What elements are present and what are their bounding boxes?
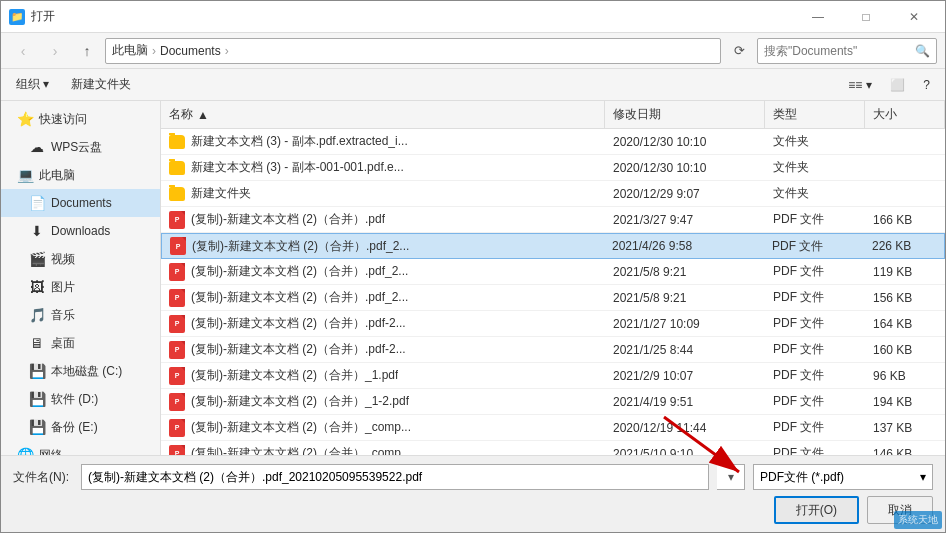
file-name: (复制)-新建文本文档 (2)（合并）_1-2.pdf xyxy=(191,393,409,410)
pdf-icon: P xyxy=(169,445,185,456)
sidebar-item-videos[interactable]: 🎬 视频 xyxy=(1,245,160,273)
sidebar-item-documents[interactable]: 📄 Documents xyxy=(1,189,160,217)
pdf-icon: P xyxy=(169,419,185,437)
title-bar: 📁 打开 — □ ✕ xyxy=(1,1,945,33)
file-type: 文件夹 xyxy=(765,185,865,202)
file-size: 160 KB xyxy=(865,343,945,357)
title-bar-buttons: — □ ✕ xyxy=(795,1,937,33)
address-part-1: 此电脑 xyxy=(112,42,148,59)
open-button[interactable]: 打开(O) xyxy=(774,496,859,524)
music-icon: 🎵 xyxy=(29,307,45,323)
sidebar-item-wps-cloud[interactable]: ☁ WPS云盘 xyxy=(1,133,160,161)
file-date: 2021/4/26 9:58 xyxy=(604,239,764,253)
table-row[interactable]: P (复制)-新建文本文档 (2)（合并）_comp... 2020/12/19… xyxy=(161,415,945,441)
bottom-bar: 文件名(N): ▾ PDF文件 (*.pdf) ▾ 打开(O) 取消 xyxy=(1,455,945,532)
file-name: (复制)-新建文本文档 (2)（合并）.pdf-2... xyxy=(191,341,406,358)
help-button[interactable]: ? xyxy=(916,73,937,97)
file-date: 2021/5/10 9:10 xyxy=(605,447,765,456)
file-type: PDF 文件 xyxy=(765,419,865,436)
table-row[interactable]: P (复制)-新建文本文档 (2)（合并）.pdf_2... 2021/5/8 … xyxy=(161,259,945,285)
filename-input[interactable] xyxy=(81,464,709,490)
file-name: (复制)-新建文本文档 (2)（合并）_comp... xyxy=(191,419,411,436)
sidebar-item-soft-d[interactable]: 💾 软件 (D:) xyxy=(1,385,160,413)
table-row[interactable]: P (复制)-新建文本文档 (2)（合并）.pdf-2... 2021/1/27… xyxy=(161,311,945,337)
back-button[interactable]: ‹ xyxy=(9,39,37,63)
file-name: 新建文件夹 xyxy=(191,185,251,202)
sidebar-label-disk-d: 软件 (D:) xyxy=(51,391,98,408)
column-name-header[interactable]: 名称 ▲ xyxy=(161,101,605,128)
file-list: 新建文本文档 (3) - 副本.pdf.extracted_i... 2020/… xyxy=(161,129,945,455)
sidebar-item-desktop[interactable]: 🖥 桌面 xyxy=(1,329,160,357)
table-row[interactable]: P (复制)-新建文本文档 (2)（合并）.pdf_2... 2021/4/26… xyxy=(161,233,945,259)
sidebar-item-network[interactable]: 🌐 网络 xyxy=(1,441,160,455)
address-bar[interactable]: 此电脑 › Documents › xyxy=(105,38,721,64)
view-dropdown-icon: ▾ xyxy=(866,78,872,92)
table-row[interactable]: 新建文本文档 (3) - 副本-001-001.pdf.e... 2020/12… xyxy=(161,155,945,181)
forward-button[interactable]: › xyxy=(41,39,69,63)
file-date: 2021/1/25 8:44 xyxy=(605,343,765,357)
sidebar-item-this-pc[interactable]: 💻 此电脑 xyxy=(1,161,160,189)
pane-button[interactable]: ⬜ xyxy=(883,73,912,97)
table-row[interactable]: P (复制)-新建文本文档 (2)（合并）.pdf-2... 2021/1/25… xyxy=(161,337,945,363)
pdf-icon: P xyxy=(169,367,185,385)
file-date: 2020/12/30 10:10 xyxy=(605,161,765,175)
view-button[interactable]: ≡≡ ▾ xyxy=(841,73,879,97)
sidebar-label-this-pc: 此电脑 xyxy=(39,167,75,184)
col-date-label: 修改日期 xyxy=(613,106,661,123)
pdf-icon: P xyxy=(169,211,185,229)
file-name: 新建文本文档 (3) - 副本-001-001.pdf.e... xyxy=(191,159,404,176)
sidebar: ⭐ 快速访问 ☁ WPS云盘 💻 此电脑 📄 Documents ⬇ D xyxy=(1,101,161,455)
search-box[interactable]: 🔍 xyxy=(757,38,937,64)
sidebar-label-music: 音乐 xyxy=(51,307,75,324)
table-row[interactable]: P (复制)-新建文本文档 (2)（合并）_1-2.pdf 2021/4/19 … xyxy=(161,389,945,415)
sidebar-item-downloads[interactable]: ⬇ Downloads xyxy=(1,217,160,245)
column-type-header[interactable]: 类型 xyxy=(765,101,865,128)
organize-button[interactable]: 组织 ▾ xyxy=(9,73,56,97)
sidebar-label-downloads: Downloads xyxy=(51,224,110,238)
nav-toolbar: ‹ › ↑ 此电脑 › Documents › ⟳ 🔍 xyxy=(1,33,945,69)
file-date: 2021/2/9 10:07 xyxy=(605,369,765,383)
file-date: 2020/12/29 9:07 xyxy=(605,187,765,201)
column-date-header[interactable]: 修改日期 xyxy=(605,101,765,128)
table-row[interactable]: P (复制)-新建文本文档 (2)（合并）.pdf 2021/3/27 9:47… xyxy=(161,207,945,233)
file-size: 166 KB xyxy=(865,213,945,227)
dialog-wrapper: 📁 打开 — □ ✕ ‹ › ↑ 此电脑 › Documents › ⟳ 🔍 xyxy=(0,0,946,533)
filename-dropdown-button[interactable]: ▾ xyxy=(717,464,745,490)
filetype-select[interactable]: PDF文件 (*.pdf) ▾ xyxy=(753,464,933,490)
address-sep-2: › xyxy=(225,44,229,58)
sidebar-item-music[interactable]: 🎵 音乐 xyxy=(1,301,160,329)
sidebar-item-quick-access[interactable]: ⭐ 快速访问 xyxy=(1,105,160,133)
search-input[interactable] xyxy=(764,44,915,58)
action-toolbar: 组织 ▾ 新建文件夹 ≡≡ ▾ ⬜ ? xyxy=(1,69,945,101)
up-button[interactable]: ↑ xyxy=(73,39,101,63)
pictures-icon: 🖼 xyxy=(29,279,45,295)
pdf-icon: P xyxy=(169,289,185,307)
table-row[interactable]: 新建文件夹 2020/12/29 9:07 文件夹 xyxy=(161,181,945,207)
address-sep-1: › xyxy=(152,44,156,58)
file-size: 146 KB xyxy=(865,447,945,456)
filetype-label: PDF文件 (*.pdf) xyxy=(760,469,844,486)
sidebar-item-local-disk-c[interactable]: 💾 本地磁盘 (C:) xyxy=(1,357,160,385)
table-row[interactable]: 新建文本文档 (3) - 副本.pdf.extracted_i... 2020/… xyxy=(161,129,945,155)
file-type: PDF 文件 xyxy=(765,315,865,332)
table-row[interactable]: P (复制)-新建文本文档 (2)（合并）.pdf_2... 2021/5/8 … xyxy=(161,285,945,311)
new-folder-button[interactable]: 新建文件夹 xyxy=(64,73,138,97)
sidebar-label-quick-access: 快速访问 xyxy=(39,111,87,128)
file-size: 96 KB xyxy=(865,369,945,383)
file-list-header: 名称 ▲ 修改日期 类型 大小 xyxy=(161,101,945,129)
column-size-header[interactable]: 大小 xyxy=(865,101,945,128)
sidebar-item-pictures[interactable]: 🖼 图片 xyxy=(1,273,160,301)
minimize-button[interactable]: — xyxy=(795,1,841,33)
close-button[interactable]: ✕ xyxy=(891,1,937,33)
file-name: 新建文本文档 (3) - 副本.pdf.extracted_i... xyxy=(191,133,408,150)
folder-icon xyxy=(169,161,185,175)
refresh-button[interactable]: ⟳ xyxy=(725,38,753,64)
table-row[interactable]: P (复制)-新建文本文档 (2)（合并）_1.pdf 2021/2/9 10:… xyxy=(161,363,945,389)
table-row[interactable]: P (复制)-新建文本文档 (2)（合并）_comp... 2021/5/10 … xyxy=(161,441,945,455)
open-file-dialog: 📁 打开 — □ ✕ ‹ › ↑ 此电脑 › Documents › ⟳ 🔍 xyxy=(0,0,946,533)
file-name: (复制)-新建文本文档 (2)（合并）_1.pdf xyxy=(191,367,398,384)
file-size: 226 KB xyxy=(864,239,944,253)
sidebar-item-backup-e[interactable]: 💾 备份 (E:) xyxy=(1,413,160,441)
maximize-button[interactable]: □ xyxy=(843,1,889,33)
file-type: PDF 文件 xyxy=(765,211,865,228)
